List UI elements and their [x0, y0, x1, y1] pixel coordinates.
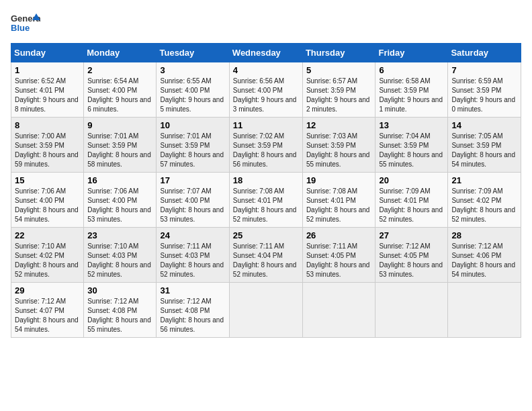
day-info: Sunrise: 7:10 AMSunset: 4:03 PMDaylight:… [87, 242, 152, 279]
calendar-cell: 16Sunrise: 7:06 AMSunset: 4:00 PMDayligh… [84, 173, 157, 228]
calendar-week-row: 29Sunrise: 7:12 AMSunset: 4:07 PMDayligh… [11, 283, 521, 338]
day-info: Sunrise: 7:00 AMSunset: 3:59 PMDaylight:… [15, 132, 80, 169]
day-number: 28 [451, 230, 517, 240]
day-number: 27 [379, 230, 444, 240]
day-info: Sunrise: 6:56 AMSunset: 4:00 PMDaylight:… [233, 77, 299, 114]
day-of-week-header: Saturday [448, 44, 521, 62]
day-number: 22 [15, 230, 80, 240]
day-of-week-header: Wednesday [229, 44, 302, 62]
day-info: Sunrise: 7:06 AMSunset: 4:00 PMDaylight:… [15, 187, 80, 224]
day-number: 15 [15, 175, 80, 185]
day-number: 13 [379, 120, 444, 130]
day-info: Sunrise: 6:54 AMSunset: 4:00 PMDaylight:… [87, 77, 152, 114]
calendar-cell: 18Sunrise: 7:08 AMSunset: 4:01 PMDayligh… [229, 173, 302, 228]
calendar-cell: 19Sunrise: 7:08 AMSunset: 4:01 PMDayligh… [302, 173, 375, 228]
day-info: Sunrise: 7:01 AMSunset: 3:59 PMDaylight:… [87, 132, 152, 169]
day-info: Sunrise: 7:05 AMSunset: 3:59 PMDaylight:… [451, 132, 517, 169]
calendar-cell: 21Sunrise: 7:09 AMSunset: 4:02 PMDayligh… [448, 173, 521, 228]
day-number: 5 [306, 65, 372, 75]
day-of-week-header: Sunday [11, 44, 84, 62]
day-number: 12 [306, 120, 372, 130]
day-number: 23 [87, 230, 152, 240]
day-number: 11 [233, 120, 299, 130]
calendar-cell: 13Sunrise: 7:04 AMSunset: 3:59 PMDayligh… [375, 118, 448, 173]
day-info: Sunrise: 7:09 AMSunset: 4:01 PMDaylight:… [379, 187, 444, 224]
calendar-cell: 1Sunrise: 6:52 AMSunset: 4:01 PMDaylight… [11, 62, 84, 118]
calendar-week-row: 22Sunrise: 7:10 AMSunset: 4:02 PMDayligh… [11, 228, 521, 283]
day-number: 19 [306, 175, 372, 185]
calendar-cell: 14Sunrise: 7:05 AMSunset: 3:59 PMDayligh… [448, 118, 521, 173]
day-number: 8 [15, 120, 80, 130]
day-info: Sunrise: 7:08 AMSunset: 4:01 PMDaylight:… [233, 187, 299, 224]
day-info: Sunrise: 6:52 AMSunset: 4:01 PMDaylight:… [15, 77, 80, 114]
logo-icon: General Blue [11, 11, 40, 35]
day-info: Sunrise: 7:07 AMSunset: 4:00 PMDaylight:… [160, 187, 225, 224]
calendar-cell: 26Sunrise: 7:11 AMSunset: 4:05 PMDayligh… [302, 228, 375, 283]
day-info: Sunrise: 7:12 AMSunset: 4:05 PMDaylight:… [379, 242, 444, 279]
logo: General Blue [11, 11, 43, 35]
calendar-cell [302, 283, 375, 338]
day-info: Sunrise: 7:04 AMSunset: 3:59 PMDaylight:… [379, 132, 444, 169]
day-number: 16 [87, 175, 152, 185]
calendar-week-row: 15Sunrise: 7:06 AMSunset: 4:00 PMDayligh… [11, 173, 521, 228]
day-info: Sunrise: 7:11 AMSunset: 4:04 PMDaylight:… [233, 242, 299, 279]
day-number: 1 [15, 65, 80, 75]
day-info: Sunrise: 7:06 AMSunset: 4:00 PMDaylight:… [87, 187, 152, 224]
day-number: 4 [233, 65, 299, 75]
day-info: Sunrise: 7:03 AMSunset: 3:59 PMDaylight:… [306, 132, 372, 169]
day-number: 24 [160, 230, 225, 240]
day-info: Sunrise: 7:12 AMSunset: 4:07 PMDaylight:… [15, 297, 80, 334]
day-number: 3 [160, 65, 225, 75]
calendar-cell [375, 283, 448, 338]
calendar-cell: 5Sunrise: 6:57 AMSunset: 3:59 PMDaylight… [302, 62, 375, 118]
day-info: Sunrise: 6:59 AMSunset: 3:59 PMDaylight:… [451, 77, 517, 114]
svg-text:Blue: Blue [11, 23, 30, 33]
calendar-cell: 17Sunrise: 7:07 AMSunset: 4:00 PMDayligh… [157, 173, 229, 228]
calendar-cell: 30Sunrise: 7:12 AMSunset: 4:08 PMDayligh… [84, 283, 157, 338]
calendar-cell: 10Sunrise: 7:01 AMSunset: 3:59 PMDayligh… [157, 118, 229, 173]
day-number: 18 [233, 175, 299, 185]
calendar-cell: 12Sunrise: 7:03 AMSunset: 3:59 PMDayligh… [302, 118, 375, 173]
day-info: Sunrise: 7:08 AMSunset: 4:01 PMDaylight:… [306, 187, 372, 224]
calendar-cell: 7Sunrise: 6:59 AMSunset: 3:59 PMDaylight… [448, 62, 521, 118]
day-number: 6 [379, 65, 444, 75]
day-number: 25 [233, 230, 299, 240]
calendar-table: SundayMondayTuesdayWednesdayThursdayFrid… [11, 43, 521, 338]
day-info: Sunrise: 7:10 AMSunset: 4:02 PMDaylight:… [15, 242, 80, 279]
day-info: Sunrise: 7:11 AMSunset: 4:05 PMDaylight:… [306, 242, 372, 279]
day-info: Sunrise: 7:01 AMSunset: 3:59 PMDaylight:… [160, 132, 225, 169]
day-number: 7 [451, 65, 517, 75]
calendar-cell [448, 283, 521, 338]
calendar-cell: 4Sunrise: 6:56 AMSunset: 4:00 PMDaylight… [229, 62, 302, 118]
day-number: 2 [87, 65, 152, 75]
day-number: 31 [160, 285, 225, 295]
day-info: Sunrise: 6:57 AMSunset: 3:59 PMDaylight:… [306, 77, 372, 114]
day-number: 29 [15, 285, 80, 295]
calendar-cell: 20Sunrise: 7:09 AMSunset: 4:01 PMDayligh… [375, 173, 448, 228]
calendar-cell: 31Sunrise: 7:12 AMSunset: 4:08 PMDayligh… [157, 283, 229, 338]
day-info: Sunrise: 6:55 AMSunset: 4:00 PMDaylight:… [160, 77, 225, 114]
day-number: 30 [87, 285, 152, 295]
day-of-week-header: Monday [84, 44, 157, 62]
day-info: Sunrise: 7:02 AMSunset: 3:59 PMDaylight:… [233, 132, 299, 169]
calendar-cell: 24Sunrise: 7:11 AMSunset: 4:03 PMDayligh… [157, 228, 229, 283]
day-number: 17 [160, 175, 225, 185]
calendar-cell: 6Sunrise: 6:58 AMSunset: 3:59 PMDaylight… [375, 62, 448, 118]
calendar-cell: 3Sunrise: 6:55 AMSunset: 4:00 PMDaylight… [157, 62, 229, 118]
calendar-cell: 15Sunrise: 7:06 AMSunset: 4:00 PMDayligh… [11, 173, 84, 228]
calendar-header-row: SundayMondayTuesdayWednesdayThursdayFrid… [11, 44, 521, 62]
day-info: Sunrise: 7:09 AMSunset: 4:02 PMDaylight:… [451, 187, 517, 224]
calendar-week-row: 8Sunrise: 7:00 AMSunset: 3:59 PMDaylight… [11, 118, 521, 173]
day-of-week-header: Thursday [302, 44, 375, 62]
day-info: Sunrise: 7:11 AMSunset: 4:03 PMDaylight:… [160, 242, 225, 279]
day-info: Sunrise: 6:58 AMSunset: 3:59 PMDaylight:… [379, 77, 444, 114]
calendar-cell: 25Sunrise: 7:11 AMSunset: 4:04 PMDayligh… [229, 228, 302, 283]
day-of-week-header: Tuesday [157, 44, 229, 62]
day-info: Sunrise: 7:12 AMSunset: 4:08 PMDaylight:… [160, 297, 225, 334]
calendar-cell: 8Sunrise: 7:00 AMSunset: 3:59 PMDaylight… [11, 118, 84, 173]
calendar-cell [229, 283, 302, 338]
day-number: 26 [306, 230, 372, 240]
day-number: 20 [379, 175, 444, 185]
calendar-cell: 11Sunrise: 7:02 AMSunset: 3:59 PMDayligh… [229, 118, 302, 173]
calendar-cell: 27Sunrise: 7:12 AMSunset: 4:05 PMDayligh… [375, 228, 448, 283]
